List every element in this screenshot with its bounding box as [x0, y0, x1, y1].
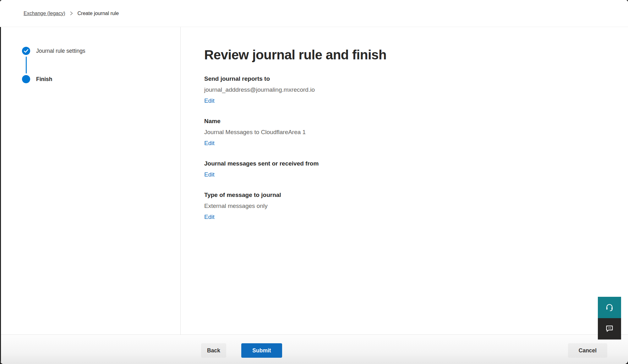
headset-icon	[605, 303, 614, 312]
edit-send-journal-reports-link[interactable]: Edit	[204, 95, 215, 106]
field-type-of-message-to-journal: Type of message to journal External mess…	[204, 189, 628, 222]
field-send-journal-reports-to: Send journal reports to journal_adddress…	[204, 73, 628, 106]
field-label: Journal messages sent or received from	[204, 158, 628, 169]
cancel-button[interactable]: Cancel	[568, 343, 607, 358]
app-window: Exchange (legacy) Create journal rule Jo…	[0, 0, 628, 364]
edit-type-of-message-link[interactable]: Edit	[204, 211, 215, 222]
field-label: Name	[204, 116, 628, 127]
feedback-icon	[605, 324, 614, 334]
wizard-body: Journal rule settings Finish Review jour…	[0, 27, 628, 334]
window-left-edge	[0, 27, 1, 364]
breadcrumb-create-journal-rule: Create journal rule	[78, 11, 119, 16]
topbar: Exchange (legacy) Create journal rule	[0, 0, 628, 27]
review-content: Review journal rule and finish Send jour…	[181, 27, 628, 334]
field-label: Send journal reports to	[204, 73, 628, 84]
submit-button[interactable]: Submit	[241, 343, 282, 358]
breadcrumb-exchange-legacy[interactable]: Exchange (legacy)	[24, 11, 65, 16]
feedback-button[interactable]	[598, 318, 621, 340]
field-name: Name Journal Messages to CloudflareArea …	[204, 116, 628, 149]
field-journal-messages-sent-or-received: Journal messages sent or received from E…	[204, 158, 628, 180]
edit-journal-messages-link[interactable]: Edit	[204, 169, 215, 180]
field-value: journal_adddress@journaling.mxrecord.io	[204, 84, 628, 95]
wizard-step-finish[interactable]: Finish	[22, 75, 180, 84]
field-label: Type of message to journal	[204, 189, 628, 200]
wizard-steps-panel: Journal rule settings Finish	[0, 27, 181, 334]
step-connector-line	[26, 57, 27, 73]
wizard-step-journal-rule-settings[interactable]: Journal rule settings	[22, 46, 180, 55]
step-completed-check-icon	[22, 46, 30, 55]
step-label-finish: Finish	[36, 76, 52, 83]
chevron-right-icon	[70, 11, 73, 16]
back-button[interactable]: Back	[201, 343, 226, 358]
step-current-dot-icon	[22, 75, 30, 84]
step-label-journal-rule-settings: Journal rule settings	[36, 48, 85, 54]
page-title: Review journal rule and finish	[204, 46, 628, 64]
floating-buttons	[598, 297, 621, 340]
wizard-footer: Back Submit Cancel	[0, 334, 628, 364]
breadcrumb: Exchange (legacy) Create journal rule	[24, 11, 119, 16]
footer-left-buttons: Back Submit	[201, 343, 282, 358]
edit-name-link[interactable]: Edit	[204, 138, 215, 149]
help-button[interactable]	[598, 297, 621, 318]
field-value: External messages only	[204, 200, 628, 211]
field-value: Journal Messages to CloudflareArea 1	[204, 127, 628, 138]
